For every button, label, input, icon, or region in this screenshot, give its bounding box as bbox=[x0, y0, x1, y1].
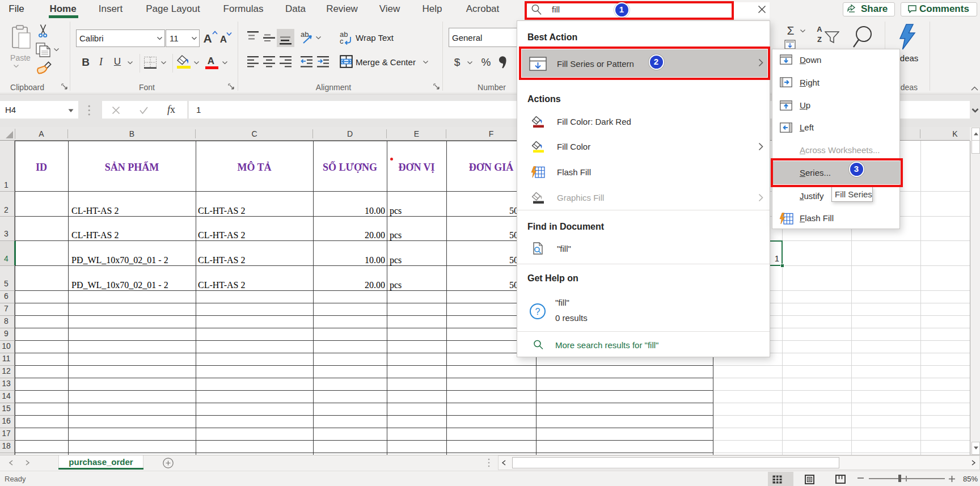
svg-text:ab: ab bbox=[301, 30, 309, 39]
svg-text:c: c bbox=[340, 37, 344, 45]
